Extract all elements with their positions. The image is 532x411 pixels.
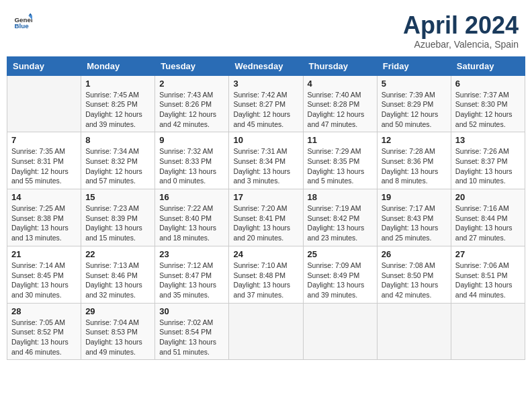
calendar-cell: 9Sunrise: 7:32 AM Sunset: 8:33 PM Daylig…	[155, 132, 229, 189]
weekday-header-monday: Monday	[81, 56, 155, 75]
calendar-cell: 27Sunrise: 7:06 AM Sunset: 8:51 PM Dayli…	[451, 246, 525, 303]
weekday-header-tuesday: Tuesday	[155, 56, 229, 75]
calendar-cell: 10Sunrise: 7:31 AM Sunset: 8:34 PM Dayli…	[229, 132, 303, 189]
calendar-cell: 25Sunrise: 7:09 AM Sunset: 8:49 PM Dayli…	[303, 246, 377, 303]
week-row-2: 7Sunrise: 7:35 AM Sunset: 8:31 PM Daylig…	[7, 132, 525, 189]
day-info: Sunrise: 7:26 AM Sunset: 8:37 PM Dayligh…	[455, 146, 521, 186]
day-info: Sunrise: 7:02 AM Sunset: 8:54 PM Dayligh…	[159, 318, 224, 357]
calendar: SundayMondayTuesdayWednesdayThursdayFrid…	[7, 56, 525, 361]
calendar-cell: 5Sunrise: 7:39 AM Sunset: 8:29 PM Daylig…	[377, 75, 451, 132]
calendar-cell: 11Sunrise: 7:29 AM Sunset: 8:35 PM Dayli…	[303, 132, 377, 189]
calendar-cell: 21Sunrise: 7:14 AM Sunset: 8:45 PM Dayli…	[7, 246, 81, 303]
day-number: 29	[85, 306, 150, 316]
day-info: Sunrise: 7:12 AM Sunset: 8:47 PM Dayligh…	[159, 261, 224, 300]
day-info: Sunrise: 7:16 AM Sunset: 8:44 PM Dayligh…	[455, 203, 521, 243]
day-info: Sunrise: 7:43 AM Sunset: 8:26 PM Dayligh…	[159, 90, 224, 130]
week-row-5: 28Sunrise: 7:05 AM Sunset: 8:52 PM Dayli…	[7, 303, 525, 360]
day-number: 10	[233, 135, 298, 145]
day-info: Sunrise: 7:08 AM Sunset: 8:50 PM Dayligh…	[382, 261, 447, 300]
calendar-cell: 6Sunrise: 7:37 AM Sunset: 8:30 PM Daylig…	[451, 75, 525, 132]
day-info: Sunrise: 7:20 AM Sunset: 8:41 PM Dayligh…	[233, 203, 298, 243]
day-info: Sunrise: 7:32 AM Sunset: 8:33 PM Dayligh…	[159, 146, 224, 186]
day-number: 22	[85, 249, 150, 259]
day-info: Sunrise: 7:10 AM Sunset: 8:48 PM Dayligh…	[233, 261, 298, 300]
calendar-cell	[229, 303, 303, 360]
weekday-header-saturday: Saturday	[451, 56, 525, 75]
day-number: 23	[159, 249, 224, 259]
calendar-cell: 19Sunrise: 7:17 AM Sunset: 8:43 PM Dayli…	[377, 189, 451, 246]
day-info: Sunrise: 7:29 AM Sunset: 8:35 PM Dayligh…	[308, 146, 373, 186]
header: General Blue April 2024 Azuebar, Valenci…	[7, 7, 525, 54]
calendar-cell: 13Sunrise: 7:26 AM Sunset: 8:37 PM Dayli…	[451, 132, 525, 189]
day-number: 13	[455, 135, 521, 145]
logo: General Blue	[13, 12, 32, 31]
calendar-cell: 8Sunrise: 7:34 AM Sunset: 8:32 PM Daylig…	[81, 132, 155, 189]
day-info: Sunrise: 7:04 AM Sunset: 8:53 PM Dayligh…	[85, 318, 150, 357]
day-number: 4	[308, 79, 373, 89]
week-row-3: 14Sunrise: 7:25 AM Sunset: 8:38 PM Dayli…	[7, 189, 525, 246]
day-number: 30	[159, 306, 224, 316]
day-info: Sunrise: 7:13 AM Sunset: 8:46 PM Dayligh…	[85, 261, 150, 300]
calendar-cell	[377, 303, 451, 360]
day-info: Sunrise: 7:05 AM Sunset: 8:52 PM Dayligh…	[11, 318, 77, 357]
day-number: 6	[455, 79, 521, 89]
title-section: April 2024 Azuebar, Valencia, Spain	[403, 12, 519, 50]
day-number: 27	[455, 249, 521, 259]
calendar-cell: 1Sunrise: 7:45 AM Sunset: 8:25 PM Daylig…	[81, 75, 155, 132]
day-number: 2	[159, 79, 224, 89]
day-info: Sunrise: 7:40 AM Sunset: 8:28 PM Dayligh…	[308, 90, 373, 130]
day-info: Sunrise: 7:28 AM Sunset: 8:36 PM Dayligh…	[382, 146, 447, 186]
svg-text:Blue: Blue	[14, 22, 29, 30]
day-number: 7	[11, 135, 77, 145]
calendar-cell	[303, 303, 377, 360]
calendar-cell: 12Sunrise: 7:28 AM Sunset: 8:36 PM Dayli…	[377, 132, 451, 189]
location-subtitle: Azuebar, Valencia, Spain	[403, 39, 519, 50]
calendar-cell: 28Sunrise: 7:05 AM Sunset: 8:52 PM Dayli…	[7, 303, 81, 360]
calendar-cell: 14Sunrise: 7:25 AM Sunset: 8:38 PM Dayli…	[7, 189, 81, 246]
weekday-header-sunday: Sunday	[7, 56, 81, 75]
calendar-cell: 15Sunrise: 7:23 AM Sunset: 8:39 PM Dayli…	[81, 189, 155, 246]
day-number: 11	[308, 135, 373, 145]
day-info: Sunrise: 7:42 AM Sunset: 8:27 PM Dayligh…	[233, 90, 298, 130]
calendar-cell: 4Sunrise: 7:40 AM Sunset: 8:28 PM Daylig…	[303, 75, 377, 132]
day-info: Sunrise: 7:23 AM Sunset: 8:39 PM Dayligh…	[85, 203, 150, 243]
day-number: 18	[308, 192, 373, 202]
day-number: 14	[11, 192, 77, 202]
day-number: 15	[85, 192, 150, 202]
day-number: 17	[233, 192, 298, 202]
weekday-header-row: SundayMondayTuesdayWednesdayThursdayFrid…	[7, 56, 525, 75]
calendar-cell	[451, 303, 525, 360]
calendar-cell: 23Sunrise: 7:12 AM Sunset: 8:47 PM Dayli…	[155, 246, 229, 303]
week-row-4: 21Sunrise: 7:14 AM Sunset: 8:45 PM Dayli…	[7, 246, 525, 303]
calendar-cell: 20Sunrise: 7:16 AM Sunset: 8:44 PM Dayli…	[451, 189, 525, 246]
calendar-cell: 17Sunrise: 7:20 AM Sunset: 8:41 PM Dayli…	[229, 189, 303, 246]
day-number: 28	[11, 306, 77, 316]
day-number: 24	[233, 249, 298, 259]
day-info: Sunrise: 7:25 AM Sunset: 8:38 PM Dayligh…	[11, 203, 77, 243]
calendar-cell: 22Sunrise: 7:13 AM Sunset: 8:46 PM Dayli…	[81, 246, 155, 303]
day-info: Sunrise: 7:17 AM Sunset: 8:43 PM Dayligh…	[382, 203, 447, 243]
calendar-cell: 29Sunrise: 7:04 AM Sunset: 8:53 PM Dayli…	[81, 303, 155, 360]
calendar-cell	[7, 75, 81, 132]
calendar-cell: 30Sunrise: 7:02 AM Sunset: 8:54 PM Dayli…	[155, 303, 229, 360]
day-info: Sunrise: 7:22 AM Sunset: 8:40 PM Dayligh…	[159, 203, 224, 243]
day-info: Sunrise: 7:37 AM Sunset: 8:30 PM Dayligh…	[455, 90, 521, 130]
day-number: 20	[455, 192, 521, 202]
calendar-cell: 16Sunrise: 7:22 AM Sunset: 8:40 PM Dayli…	[155, 189, 229, 246]
day-number: 12	[382, 135, 447, 145]
day-info: Sunrise: 7:39 AM Sunset: 8:29 PM Dayligh…	[382, 90, 447, 130]
day-number: 9	[159, 135, 224, 145]
week-row-1: 1Sunrise: 7:45 AM Sunset: 8:25 PM Daylig…	[7, 75, 525, 132]
svg-marker-2	[28, 13, 32, 15]
day-number: 8	[85, 135, 150, 145]
day-number: 16	[159, 192, 224, 202]
day-number: 25	[308, 249, 373, 259]
logo-icon: General Blue	[13, 12, 32, 31]
day-info: Sunrise: 7:19 AM Sunset: 8:42 PM Dayligh…	[308, 203, 373, 243]
day-info: Sunrise: 7:06 AM Sunset: 8:51 PM Dayligh…	[455, 261, 521, 300]
calendar-cell: 26Sunrise: 7:08 AM Sunset: 8:50 PM Dayli…	[377, 246, 451, 303]
calendar-cell: 2Sunrise: 7:43 AM Sunset: 8:26 PM Daylig…	[155, 75, 229, 132]
calendar-cell: 18Sunrise: 7:19 AM Sunset: 8:42 PM Dayli…	[303, 189, 377, 246]
weekday-header-wednesday: Wednesday	[229, 56, 303, 75]
day-info: Sunrise: 7:34 AM Sunset: 8:32 PM Dayligh…	[85, 146, 150, 186]
